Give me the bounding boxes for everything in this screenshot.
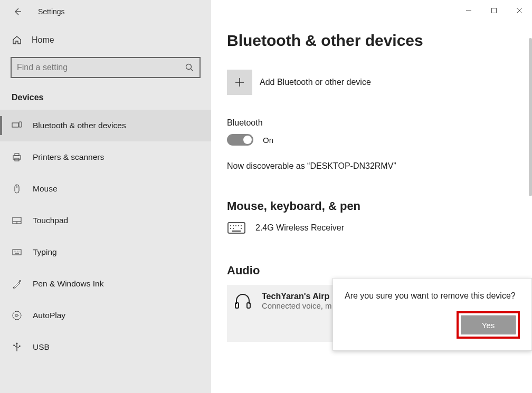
nav-usb[interactable]: USB [0, 331, 211, 363]
popup-message: Are you sure you want to remove this dev… [345, 290, 520, 302]
svg-point-34 [233, 228, 234, 229]
add-device-button[interactable]: Add Bluetooth or other device [227, 70, 532, 95]
nav-label: Bluetooth & other devices [33, 121, 126, 130]
svg-point-28 [230, 225, 231, 226]
audio-device-status: Connected voice, m [262, 301, 332, 310]
svg-point-14 [17, 251, 17, 251]
sidebar: Settings Home Devices Bluetooth & other … [0, 0, 211, 393]
printer-icon [12, 152, 22, 162]
device-wireless-receiver[interactable]: 2.4G Wireless Receiver [227, 221, 532, 235]
back-arrow-icon [13, 7, 22, 16]
popup-yes-highlight: Yes [457, 311, 520, 339]
svg-point-12 [14, 251, 14, 251]
svg-point-17 [20, 281, 21, 282]
svg-point-30 [235, 225, 236, 226]
keyboard-device-icon [227, 221, 246, 235]
plus-icon [234, 76, 245, 88]
maximize-button[interactable] [481, 0, 507, 21]
nav-label: Pen & Windows Ink [33, 279, 103, 289]
confirm-remove-popup: Are you sure you want to remove this dev… [332, 278, 532, 351]
nav-printers[interactable]: Printers & scanners [0, 141, 211, 173]
svg-point-22 [13, 344, 15, 346]
mouse-icon [12, 184, 22, 194]
nav-label: Mouse [33, 184, 58, 194]
window-title: Settings [38, 7, 65, 16]
nav-home-label: Home [32, 35, 54, 45]
maximize-icon [491, 7, 497, 14]
scrollbar[interactable] [529, 38, 532, 196]
nav-label: Touchpad [33, 216, 68, 225]
svg-rect-1 [12, 123, 18, 127]
svg-point-29 [233, 225, 234, 226]
pen-icon [12, 279, 22, 289]
section-audio: Audio [227, 264, 532, 277]
autoplay-icon [12, 310, 22, 321]
svg-rect-24 [492, 8, 497, 13]
svg-point-0 [186, 64, 192, 70]
usb-icon [12, 342, 22, 352]
home-icon [12, 35, 22, 45]
nav-pen[interactable]: Pen & Windows Ink [0, 268, 211, 300]
nav-label: Typing [33, 247, 57, 257]
svg-point-15 [18, 251, 19, 251]
search-box[interactable] [11, 57, 201, 78]
close-icon [516, 7, 522, 14]
svg-point-20 [16, 343, 18, 344]
keyboard-icon [12, 247, 22, 257]
bluetooth-heading: Bluetooth [227, 118, 532, 128]
bluetooth-devices-icon [12, 120, 22, 131]
nav-bluetooth[interactable]: Bluetooth & other devices [0, 110, 211, 141]
nav-label: USB [33, 342, 50, 352]
nav-home[interactable]: Home [0, 23, 211, 57]
nav-typing[interactable]: Typing [0, 236, 211, 268]
search-icon [185, 63, 194, 72]
nav-autoplay[interactable]: AutoPlay [0, 300, 211, 331]
minimize-icon [466, 7, 472, 14]
svg-rect-11 [13, 250, 21, 255]
bluetooth-toggle[interactable] [227, 134, 253, 146]
popup-yes-button[interactable]: Yes [461, 315, 516, 334]
nav-touchpad[interactable]: Touchpad [0, 205, 211, 236]
back-button[interactable] [10, 4, 25, 20]
nav-label: Printers & scanners [33, 152, 104, 162]
page-title: Bluetooth & other devices [227, 32, 532, 50]
svg-point-33 [230, 228, 231, 229]
svg-rect-27 [228, 223, 245, 233]
discoverable-text: Now discoverable as “DESKTOP-DN32RMV” [227, 161, 532, 171]
touchpad-icon [12, 215, 22, 226]
minimize-button[interactable] [456, 0, 481, 21]
search-input[interactable] [17, 63, 185, 72]
svg-point-35 [241, 228, 242, 229]
svg-point-13 [15, 251, 16, 251]
bluetooth-toggle-state: On [263, 136, 273, 145]
headphones-icon [233, 291, 252, 310]
close-button[interactable] [507, 0, 532, 21]
svg-rect-3 [13, 156, 21, 159]
svg-rect-4 [15, 154, 19, 156]
svg-point-18 [13, 311, 21, 320]
section-mouse-keyboard: Mouse, keyboard, & pen [227, 199, 532, 213]
svg-rect-21 [19, 346, 21, 347]
svg-point-32 [241, 225, 242, 226]
svg-rect-2 [19, 122, 22, 127]
nav-label: AutoPlay [33, 311, 65, 320]
svg-point-31 [238, 225, 239, 226]
nav-mouse[interactable]: Mouse [0, 173, 211, 205]
device-name: 2.4G Wireless Receiver [255, 223, 344, 233]
audio-device-name: TechYaran's Airp [262, 292, 332, 301]
add-device-label: Add Bluetooth or other device [260, 78, 371, 87]
section-label-devices: Devices [0, 85, 211, 110]
